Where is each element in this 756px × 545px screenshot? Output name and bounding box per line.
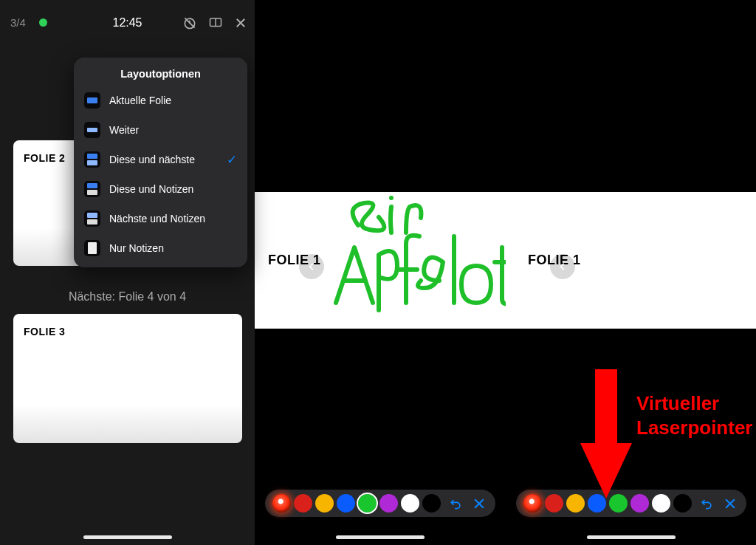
popover-title: Layoutoptionen (74, 68, 247, 80)
close-icon[interactable] (234, 16, 247, 30)
status-bar: 3/4 12:45 (0, 16, 255, 29)
slide-canvas[interactable]: FOLIE 1 (255, 192, 506, 329)
slide-label: FOLIE 2 (24, 152, 65, 164)
layout-current-icon (84, 92, 100, 109)
home-indicator[interactable] (83, 535, 172, 539)
layout-option-current[interactable]: Aktuelle Folie ✓ (74, 86, 247, 115)
option-label: Aktuelle Folie (109, 95, 171, 106)
color-swatch-purple[interactable] (630, 494, 649, 513)
color-swatch-white[interactable] (652, 494, 670, 513)
color-swatch-blue[interactable] (337, 494, 355, 513)
color-swatch-green[interactable] (358, 494, 377, 513)
color-swatch-purple[interactable] (379, 494, 398, 513)
clock: 12:45 (112, 16, 142, 30)
option-label: Weiter (109, 124, 139, 136)
slide-canvas[interactable]: FOLIE 1 (506, 192, 756, 329)
laser-pointer-swatch[interactable] (523, 494, 542, 513)
back-button[interactable] (299, 254, 324, 279)
color-swatch-red[interactable] (545, 494, 563, 513)
layout-thisnext-icon (84, 151, 100, 168)
close-tray-icon[interactable] (470, 495, 488, 513)
drawing-tool-tray (516, 490, 746, 517)
layout-option-this-and-notes[interactable]: Diese und Notizen ✓ (74, 174, 247, 204)
layout-notes-icon (84, 240, 100, 256)
undo-icon[interactable] (698, 495, 715, 513)
undo-icon[interactable] (447, 495, 464, 513)
color-swatch-yellow[interactable] (566, 494, 585, 513)
presentation-view-b: FOLIE 1 (506, 0, 756, 545)
slide-counter: 3/4 (10, 16, 26, 29)
layout-nextnotes-icon (84, 210, 100, 227)
layout-thisnotes-icon (84, 181, 100, 197)
color-swatch-green[interactable] (609, 494, 628, 513)
timer-off-icon[interactable] (182, 16, 197, 30)
back-button[interactable] (550, 254, 575, 279)
color-swatch-black[interactable] (422, 494, 441, 513)
option-label: Diese und nächste (109, 154, 195, 165)
option-label: Diese und Notizen (109, 183, 193, 195)
color-swatch-yellow[interactable] (315, 494, 334, 513)
option-label: Nächste und Notizen (109, 213, 205, 224)
presenter-panel: 3/4 12:45 FOLIE 2 Nächste: Folie (0, 0, 255, 545)
layout-icon[interactable] (207, 16, 224, 30)
laser-pointer-swatch[interactable] (272, 494, 291, 513)
option-label: Nur Notizen (109, 242, 164, 254)
layout-option-next-and-notes[interactable]: Nächste und Notizen ✓ (74, 204, 247, 233)
layout-option-next[interactable]: Weiter ✓ (74, 115, 247, 145)
color-swatch-red[interactable] (294, 494, 312, 513)
layout-option-notes-only[interactable]: Nur Notizen ✓ (74, 233, 247, 263)
home-indicator[interactable] (587, 535, 676, 539)
color-swatch-white[interactable] (401, 494, 419, 513)
checkmark-icon: ✓ (227, 152, 237, 168)
drawing-tool-tray (265, 490, 495, 517)
status-actions (182, 16, 247, 30)
close-tray-icon[interactable] (721, 495, 739, 513)
color-swatch-black[interactable] (673, 494, 692, 513)
presentation-view-a: FOLIE 1 (255, 0, 506, 545)
slide-label: FOLIE 3 (24, 326, 65, 337)
next-slide-caption: Nächste: Folie 4 von 4 (0, 290, 255, 304)
layout-next-icon (84, 122, 100, 138)
layout-option-this-and-next[interactable]: Diese und nächste ✓ (74, 145, 247, 174)
recording-dot-icon (39, 18, 47, 27)
layout-options-popover: Layoutoptionen Aktuelle Folie ✓ Weiter ✓… (74, 58, 247, 267)
color-swatch-blue[interactable] (588, 494, 606, 513)
home-indicator[interactable] (336, 535, 425, 539)
next-slide-thumb[interactable]: FOLIE 3 (13, 314, 242, 443)
